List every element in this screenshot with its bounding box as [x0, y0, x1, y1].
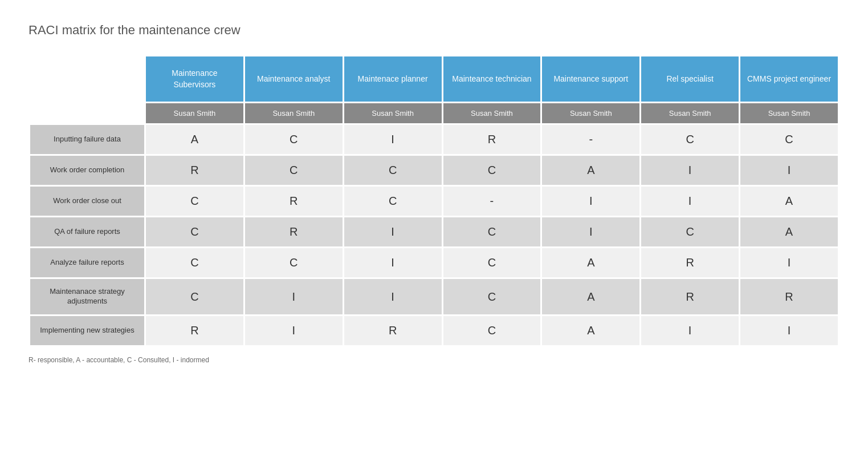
- raci-cell: R: [245, 217, 343, 246]
- raci-cell: C: [146, 217, 243, 246]
- raci-cell: C: [146, 187, 243, 216]
- legend-text: R- responsible, A - accountable, C - Con…: [28, 356, 840, 364]
- raci-cell: A: [542, 248, 639, 277]
- raci-table: Maintenance Subervisors Maintenance anal…: [28, 55, 840, 347]
- raci-cell: I: [641, 316, 739, 345]
- person-analyst: Susan Smith: [245, 103, 343, 123]
- raci-cell: R: [641, 279, 739, 314]
- raci-cell: I: [641, 156, 739, 185]
- raci-cell: C: [641, 125, 739, 154]
- raci-cell: R: [344, 316, 442, 345]
- raci-cell: C: [443, 156, 541, 185]
- raci-cell: I: [740, 316, 838, 345]
- person-technician: Susan Smith: [443, 103, 541, 123]
- raci-cell: I: [245, 316, 343, 345]
- task-label: Implementing new strategies: [30, 316, 144, 345]
- raci-cell: R: [146, 156, 243, 185]
- raci-cell: I: [344, 279, 442, 314]
- raci-cell: I: [542, 217, 639, 246]
- raci-cell: I: [344, 248, 442, 277]
- corner-cell-2: [30, 103, 144, 123]
- col-header-analyst: Maintenance analyst: [245, 56, 343, 102]
- raci-cell: A: [542, 316, 639, 345]
- header-person-row: Susan Smith Susan Smith Susan Smith Susa…: [30, 103, 838, 123]
- raci-cell: R: [740, 279, 838, 314]
- raci-cell: R: [641, 248, 739, 277]
- raci-cell: A: [542, 156, 639, 185]
- col-header-support: Maintenance support: [542, 56, 639, 102]
- matrix-wrapper: Maintenance Subervisors Maintenance anal…: [28, 55, 840, 347]
- task-label: Maintenanace strategy adjustments: [30, 279, 144, 314]
- page-title: RACI matrix for the maintenance crew: [28, 23, 840, 38]
- raci-cell: R: [146, 316, 243, 345]
- raci-cell: A: [740, 217, 838, 246]
- raci-cell: I: [245, 279, 343, 314]
- raci-cell: I: [641, 187, 739, 216]
- raci-cell: -: [443, 187, 541, 216]
- col-header-rel: Rel specialist: [641, 56, 739, 102]
- raci-cell: C: [443, 217, 541, 246]
- task-label: Inputting failure data: [30, 125, 144, 154]
- raci-cell: R: [443, 125, 541, 154]
- col-header-planner: Maintenace planner: [344, 56, 442, 102]
- raci-cell: C: [245, 125, 343, 154]
- raci-cell: C: [245, 156, 343, 185]
- person-support: Susan Smith: [542, 103, 639, 123]
- table-row: Work order completionRCCCAII: [30, 156, 838, 185]
- table-row: Implementing new strategiesRIRCAII: [30, 316, 838, 345]
- raci-cell: R: [245, 187, 343, 216]
- raci-cell: C: [443, 248, 541, 277]
- raci-cell: I: [344, 217, 442, 246]
- person-cmms: Susan Smith: [740, 103, 838, 123]
- raci-cell: A: [146, 125, 243, 154]
- table-row: QA of failure reportsCRICICA: [30, 217, 838, 246]
- table-row: Inputting failure dataACIR-CC: [30, 125, 838, 154]
- task-label: Analyze failure reports: [30, 248, 144, 277]
- task-label: QA of failure reports: [30, 217, 144, 246]
- corner-cell: [30, 56, 144, 102]
- table-row: Analyze failure reportsCCICARI: [30, 248, 838, 277]
- raci-cell: C: [443, 279, 541, 314]
- raci-cell: C: [245, 248, 343, 277]
- raci-cell: -: [542, 125, 639, 154]
- raci-cell: C: [443, 316, 541, 345]
- task-label: Work order completion: [30, 156, 144, 185]
- raci-cell: C: [146, 248, 243, 277]
- raci-cell: C: [641, 217, 739, 246]
- raci-cell: I: [740, 156, 838, 185]
- raci-cell: I: [344, 125, 442, 154]
- person-planner: Susan Smith: [344, 103, 442, 123]
- task-label: Work order close out: [30, 187, 144, 216]
- raci-cell: C: [740, 125, 838, 154]
- raci-cell: I: [740, 248, 838, 277]
- header-role-row: Maintenance Subervisors Maintenance anal…: [30, 56, 838, 102]
- table-row: Maintenanace strategy adjustmentsCIICARR: [30, 279, 838, 314]
- col-header-technician: Mainteance technician: [443, 56, 541, 102]
- person-rel: Susan Smith: [641, 103, 739, 123]
- raci-cell: C: [146, 279, 243, 314]
- raci-cell: A: [542, 279, 639, 314]
- col-header-supervisors: Maintenance Subervisors: [146, 56, 243, 102]
- raci-cell: A: [740, 187, 838, 216]
- table-row: Work order close outCRC-IIA: [30, 187, 838, 216]
- raci-cell: C: [344, 187, 442, 216]
- person-supervisors: Susan Smith: [146, 103, 243, 123]
- col-header-cmms: CMMS project engineer: [740, 56, 838, 102]
- raci-cell: C: [344, 156, 442, 185]
- raci-cell: I: [542, 187, 639, 216]
